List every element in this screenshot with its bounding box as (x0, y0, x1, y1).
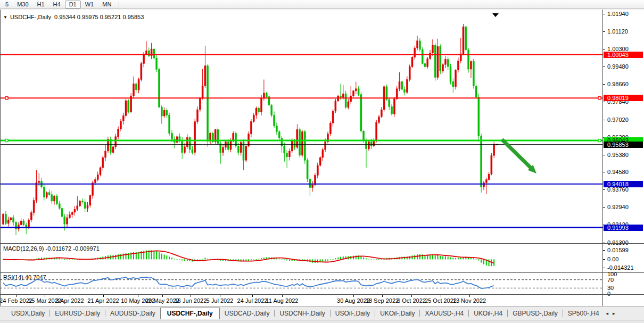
candle-body (302, 132, 303, 155)
tab-usdx-daily[interactable]: USDX,Daily (6, 308, 49, 319)
date-label: 16 Jun 2022 (175, 297, 207, 304)
tab-gbpusd-daily[interactable]: GBPUSD-,Daily (508, 308, 563, 319)
price-tick-mark (603, 31, 605, 32)
candle-body (294, 140, 295, 147)
candle-body (452, 82, 454, 87)
candle-body (481, 136, 482, 187)
tab-ukoil-h4[interactable]: UKOil-,H4 (469, 308, 507, 319)
macd-bar (261, 258, 262, 259)
candle-body (488, 174, 490, 180)
tab-scroll-right-icon[interactable]: ▸ (610, 311, 617, 316)
macd-bar (156, 251, 157, 260)
line-handle[interactable] (598, 97, 601, 100)
pane-separator (0, 294, 644, 295)
tab-xauusd-h4[interactable]: XAUUSD-,H4 (420, 308, 468, 319)
candle-body (381, 110, 382, 117)
macd-bar (371, 259, 372, 260)
candle-body (202, 86, 203, 98)
candle-body (10, 218, 12, 220)
macd-bar (366, 258, 367, 259)
date-label: 30 Aug 2022 (337, 297, 370, 304)
date-label: 24 Feb 2022 (0, 297, 32, 304)
tab-eurusd-daily[interactable]: EURUSD-,Daily (50, 308, 105, 319)
line-handle[interactable] (5, 97, 8, 100)
candle-body (69, 215, 70, 218)
line-handle[interactable] (5, 139, 8, 142)
candle-body (378, 117, 380, 122)
pane-separator[interactable] (0, 243, 644, 244)
macd-bar (378, 259, 379, 260)
macd-bar (177, 259, 178, 260)
tab-usdchf-daily[interactable]: USDCHF-,Daily (160, 308, 220, 319)
timeframe-button-5[interactable]: 5 (1, 1, 13, 9)
candle-body (401, 82, 403, 90)
timeframe-button-w1[interactable]: W1 (81, 1, 98, 9)
tab-scroll-left-icon[interactable]: ◂ (604, 311, 611, 316)
macd-axis-label: -0.014321 (607, 264, 634, 271)
date-tick-mark (469, 295, 470, 297)
timeframe-button-h1[interactable]: H1 (33, 1, 49, 9)
candle-body (204, 66, 206, 86)
date-label: 21 Apr 2022 (87, 297, 119, 304)
tab-sp500-h4[interactable]: SP500-,H4 (563, 308, 604, 319)
candle-body (288, 151, 290, 157)
macd-bar (200, 259, 201, 260)
macd-bar (417, 254, 418, 259)
tab-ukoil-daily[interactable]: UKOil-,Daily (375, 308, 419, 319)
price-tick-mark (603, 67, 605, 67)
candle-body (345, 94, 346, 107)
candle-body (493, 145, 495, 156)
candle-body (189, 137, 191, 150)
timeframe-button-d1[interactable]: D1 (65, 1, 81, 9)
candle-body (353, 91, 354, 96)
price-badge-0.91993: 0.91993 (604, 225, 643, 231)
timeframe-button-m30[interactable]: M30 (13, 1, 32, 9)
candle-body (340, 96, 342, 97)
last-price-dash (496, 144, 498, 145)
macd-bar (337, 258, 338, 260)
candle-body (100, 168, 101, 175)
candle-body (176, 137, 178, 143)
candle-body (77, 206, 78, 209)
tab-usoil-daily[interactable]: USOil-,Daily (331, 308, 375, 319)
timeframe-button-mn[interactable]: MN (98, 1, 115, 9)
candle-body (59, 204, 60, 209)
timeframe-button-h4[interactable]: H4 (49, 1, 65, 9)
date-label: 11 Aug 2022 (266, 297, 299, 304)
line-handle[interactable] (598, 139, 601, 142)
macd-bar (123, 254, 124, 260)
date-tick-mark (138, 295, 138, 297)
candle-body (414, 48, 416, 57)
candle-body (89, 195, 91, 205)
candle-body (411, 57, 413, 67)
candle-body (457, 61, 459, 70)
candle-body (261, 98, 262, 112)
tab-audusd-daily[interactable]: AUDUSD-,Daily (105, 308, 160, 319)
candle-body (360, 95, 362, 131)
tab-usdcnh-daily[interactable]: USDCNH-,Daily (275, 308, 329, 319)
candle-body (329, 123, 331, 134)
price-tick-label: 0.97020 (607, 117, 629, 123)
chart-shift-marker-icon[interactable] (492, 13, 499, 17)
macd-bar (75, 259, 76, 260)
price-tick-mark (603, 155, 605, 155)
down-trend-arrow[interactable] (502, 139, 532, 169)
macd-bar (202, 259, 203, 260)
candle-body (342, 94, 344, 97)
candle-body (84, 202, 86, 209)
chart-menu-icon[interactable]: ▼ (3, 15, 7, 20)
pane-separator[interactable] (0, 272, 644, 273)
candle-body (120, 121, 121, 129)
candle-body (23, 221, 24, 225)
candle-body (253, 115, 254, 122)
candle-body (307, 160, 308, 179)
candle-body (404, 89, 406, 93)
candle-body (222, 147, 224, 153)
tab-usdcad-daily[interactable]: USDCAD-,Daily (220, 308, 275, 319)
candle-body (406, 80, 408, 93)
candle-body (97, 175, 98, 179)
candle-body (368, 142, 369, 149)
macd-bar (363, 258, 364, 260)
macd-bar (412, 255, 413, 259)
candle-body (322, 150, 324, 158)
